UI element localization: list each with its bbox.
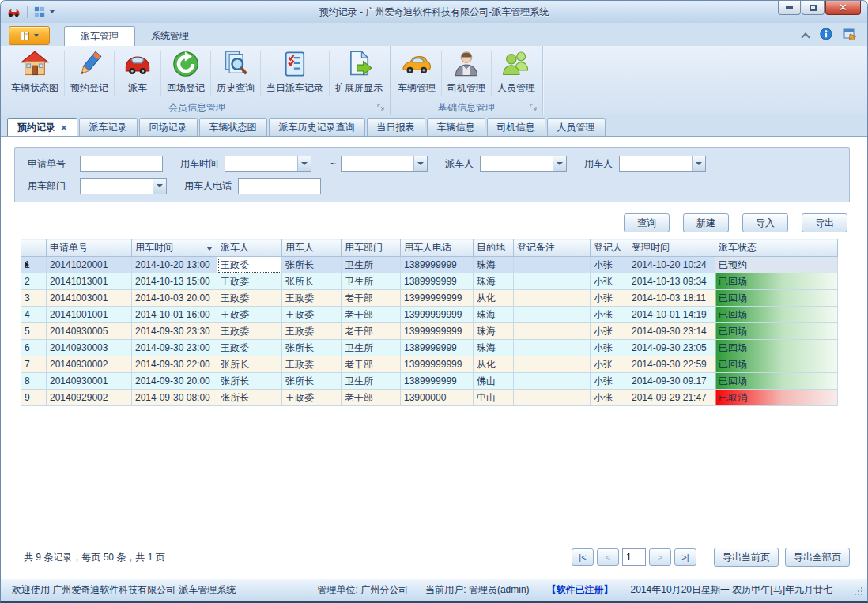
- cell-用车部门[interactable]: 老干部: [342, 323, 401, 340]
- 用车人-combobox[interactable]: [619, 156, 706, 172]
- cell-用车人电话[interactable]: 1389999999: [401, 273, 474, 290]
- cell-申请单号[interactable]: 20140930001: [47, 373, 132, 390]
- cell-登记人[interactable]: 小张: [591, 257, 628, 273]
- ribbon-button-预约登记[interactable]: 预约登记: [65, 46, 114, 101]
- table-row-5[interactable]: 5201409300052014-09-30 23:30王政委王政委老干部139…: [21, 323, 838, 340]
- cell-登记备注[interactable]: [514, 356, 591, 373]
- dropdown-button[interactable]: [153, 179, 166, 194]
- range-end-combobox[interactable]: [341, 156, 428, 172]
- dropdown-button[interactable]: [553, 156, 566, 171]
- column-header-用车人电话[interactable]: 用车人电话: [401, 239, 474, 257]
- ribbon-button-车辆管理[interactable]: 车辆管理: [392, 46, 441, 101]
- cell-登记人[interactable]: 小张: [591, 390, 628, 406]
- cell-用车时间[interactable]: 2014-10-03 20:00: [132, 290, 217, 307]
- cell-受理时间[interactable]: 2014-09-30 09:17: [628, 373, 715, 390]
- cell-登记备注[interactable]: [514, 307, 591, 323]
- column-header-受理时间[interactable]: 受理时间: [628, 239, 715, 257]
- column-header-目的地[interactable]: 目的地: [474, 239, 514, 257]
- next-page-button[interactable]: >: [649, 548, 671, 566]
- document-tab-车辆信息[interactable]: 车辆信息: [427, 118, 485, 136]
- row-indicator[interactable]: 4: [21, 307, 47, 323]
- row-indicator[interactable]: 5: [21, 323, 47, 340]
- cell-用车人电话[interactable]: 1389999999: [401, 340, 474, 356]
- cell-派车人[interactable]: 王政委: [217, 273, 282, 290]
- document-tab-司机信息[interactable]: 司机信息: [487, 118, 545, 136]
- cell-目的地[interactable]: 中山: [474, 390, 514, 406]
- cell-用车时间[interactable]: 2014-10-01 16:00: [132, 307, 217, 323]
- dropdown-button[interactable]: [413, 156, 427, 171]
- row-indicator[interactable]: 1: [21, 257, 47, 273]
- cell-用车人[interactable]: 王政委: [282, 323, 342, 340]
- cell-用车人[interactable]: 张所长: [282, 340, 342, 356]
- combo-input[interactable]: [81, 179, 153, 194]
- cell-派车人[interactable]: 王政委: [217, 323, 282, 340]
- cell-目的地[interactable]: 珠海: [474, 340, 514, 356]
- cell-申请单号[interactable]: 20141001001: [47, 307, 132, 323]
- column-header-派车状态[interactable]: 派车状态: [715, 239, 838, 257]
- cell-用车人[interactable]: 王政委: [282, 390, 342, 406]
- cell-用车人[interactable]: 张所长: [282, 273, 342, 290]
- document-tab-车辆状态图[interactable]: 车辆状态图: [199, 118, 267, 136]
- cell-受理时间[interactable]: 2014-09-30 22:59: [628, 356, 715, 373]
- cell-目的地[interactable]: 佛山: [474, 373, 514, 390]
- cell-派车人[interactable]: 张所长: [217, 356, 282, 373]
- action-button-查询[interactable]: 查询: [624, 213, 670, 232]
- cell-用车时间[interactable]: 2014-09-30 08:00: [132, 390, 217, 406]
- document-tab-预约记录[interactable]: 预约记录×: [7, 118, 77, 136]
- cell-用车人电话[interactable]: 1389999999: [401, 257, 474, 273]
- cell-登记人[interactable]: 小张: [591, 290, 628, 307]
- row-indicator[interactable]: 9: [21, 390, 47, 406]
- cell-用车部门[interactable]: 老干部: [342, 390, 401, 406]
- cell-派车人[interactable]: 王政委: [217, 290, 282, 307]
- table-row-4[interactable]: 4201410010012014-10-01 16:00王政委王政委老干部139…: [21, 307, 838, 323]
- 派车人-combobox[interactable]: [480, 156, 567, 172]
- cell-用车人电话[interactable]: 13900000: [401, 390, 474, 406]
- cell-目的地[interactable]: 从化: [474, 290, 514, 307]
- cell-目的地[interactable]: 珠海: [474, 323, 514, 340]
- cell-登记备注[interactable]: [514, 257, 591, 273]
- combo-input[interactable]: [481, 156, 553, 171]
- cell-登记人[interactable]: 小张: [591, 323, 628, 340]
- table-row-2[interactable]: 2201410130012014-10-13 15:00王政委张所长卫生所138…: [21, 273, 838, 290]
- cell-派车人[interactable]: 张所长: [217, 373, 282, 390]
- cell-用车人电话[interactable]: 13999999999: [401, 356, 474, 373]
- close-button[interactable]: ✕: [825, 1, 861, 15]
- cell-申请单号[interactable]: 20140930003: [47, 340, 132, 356]
- 申请单号-input[interactable]: [80, 156, 163, 172]
- dialog-launcher-icon[interactable]: [530, 103, 538, 114]
- ribbon-button-车辆状态图[interactable]: 车辆状态图: [6, 46, 64, 101]
- first-page-button[interactable]: |<: [572, 548, 594, 566]
- ribbon-tab-2[interactable]: 系统管理: [135, 26, 205, 46]
- cell-用车人电话[interactable]: 13999999999: [401, 307, 474, 323]
- cell-派车人[interactable]: 王政委: [217, 340, 282, 356]
- cell-登记人[interactable]: 小张: [591, 373, 628, 390]
- cell-目的地[interactable]: 珠海: [474, 257, 514, 273]
- cell-用车部门[interactable]: 卫生所: [342, 257, 401, 273]
- cell-用车人[interactable]: 张所长: [282, 257, 342, 273]
- cell-申请单号[interactable]: 20141020001: [47, 257, 132, 273]
- toolbar-dropdown-icon[interactable]: [50, 10, 55, 13]
- cell-登记备注[interactable]: [514, 273, 591, 290]
- cell-派车人[interactable]: 张所长: [217, 390, 282, 406]
- document-tab-派车历史记录查询[interactable]: 派车历史记录查询: [269, 118, 365, 136]
- window-style-icon[interactable]: [843, 28, 858, 43]
- cell-用车部门[interactable]: 卫生所: [342, 373, 401, 390]
- cell-用车时间[interactable]: 2014-10-13 15:00: [132, 273, 217, 290]
- cell-用车时间[interactable]: 2014-09-30 20:00: [132, 373, 217, 390]
- cell-用车人电话[interactable]: 13999999999: [401, 323, 474, 340]
- column-header-用车部门[interactable]: 用车部门: [342, 239, 401, 257]
- cell-申请单号[interactable]: 20141003001: [47, 290, 132, 307]
- combo-input[interactable]: [225, 156, 297, 171]
- action-button-导出[interactable]: 导出: [802, 213, 847, 232]
- cell-受理时间[interactable]: 2014-10-13 09:34: [628, 273, 715, 290]
- cell-用车人[interactable]: 张所长: [282, 373, 342, 390]
- column-header-申请单号[interactable]: 申请单号: [47, 239, 132, 257]
- table-row-9[interactable]: 9201409290022014-09-30 08:00张所长王政委老干部139…: [21, 390, 838, 406]
- cell-用车部门[interactable]: 卫生所: [342, 273, 401, 290]
- cell-受理时间[interactable]: 2014-10-20 10:24: [628, 257, 715, 273]
- cell-申请单号[interactable]: 20141013001: [47, 273, 132, 290]
- combo-input[interactable]: [620, 156, 692, 171]
- export-current-page-button[interactable]: 导出当前页: [714, 548, 779, 567]
- ribbon-button-人员管理[interactable]: 人员管理: [492, 46, 541, 101]
- table-row-6[interactable]: 6201409300032014-09-30 23:00王政委张所长卫生所138…: [21, 340, 838, 356]
